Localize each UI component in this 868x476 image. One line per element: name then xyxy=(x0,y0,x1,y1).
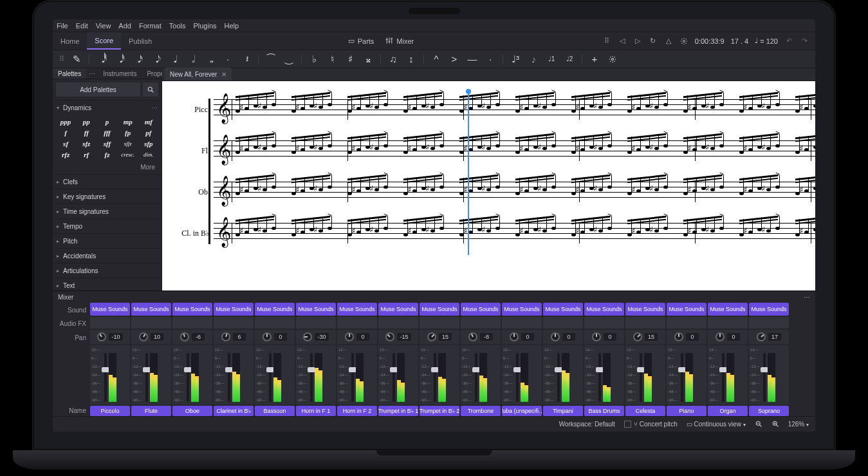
pan-control[interactable]: 0 xyxy=(255,330,295,344)
edit-pencil-icon[interactable]: ✎ xyxy=(71,53,82,66)
pan-control[interactable]: 17 xyxy=(749,330,789,344)
channel-name[interactable]: Horn in F 1 xyxy=(296,406,336,416)
dynamic-sff[interactable]: sff xyxy=(97,138,117,149)
dynamic-sf[interactable]: sf xyxy=(55,138,76,149)
menu-plugins[interactable]: Plugins xyxy=(193,22,216,30)
pan-control[interactable]: 10 xyxy=(131,330,171,344)
accent-icon[interactable]: > xyxy=(448,53,460,66)
note-half[interactable]: 𝅗𝅥 xyxy=(186,53,198,66)
pan-control[interactable]: 0 xyxy=(502,330,542,344)
dynamic-ppp[interactable]: ppp xyxy=(55,116,76,127)
fader[interactable]: 12—0—-12—-24—-36—-48—-60— xyxy=(296,345,336,405)
channel-name[interactable]: Flute xyxy=(131,406,171,416)
pan-control[interactable]: 0 xyxy=(667,330,706,344)
panel-tab-instruments[interactable]: Instruments xyxy=(98,68,142,79)
sound-select[interactable]: Muse Sounds xyxy=(420,303,459,316)
sound-select[interactable]: Muse Sounds xyxy=(543,303,583,316)
pan-control[interactable]: 0 xyxy=(337,330,377,344)
voice2[interactable]: ♩2 xyxy=(564,53,575,66)
pan-knob[interactable] xyxy=(716,332,725,341)
pan-knob[interactable] xyxy=(303,332,312,341)
pan-knob[interactable] xyxy=(551,332,560,341)
pan-control[interactable]: 0 xyxy=(543,330,583,344)
menu-edit[interactable]: Edit xyxy=(76,22,88,30)
tab-score[interactable]: Score xyxy=(87,32,121,50)
fader[interactable]: 12—0—-12—-24—-36—-48—-60— xyxy=(502,345,542,405)
note-whole[interactable]: 𝅝 xyxy=(204,53,216,66)
dynamic-mf[interactable]: mf xyxy=(138,116,159,127)
sound-select[interactable]: Muse Sounds xyxy=(625,303,665,316)
fx-slot[interactable] xyxy=(502,317,542,328)
pan-knob[interactable] xyxy=(631,330,644,343)
staff-fl[interactable]: Fl.𝄞♯♯>♯♯>♯♯>♯♯>♯♯>♯♯>♯♯>♯♯>♯♯>♯♯>♯♯>♯♯> xyxy=(214,130,815,171)
voice1[interactable]: ♩1 xyxy=(546,53,557,66)
sound-select[interactable]: Muse Sounds xyxy=(296,303,336,316)
palette-clefs[interactable]: ▸Clefs xyxy=(53,175,162,189)
sound-select[interactable]: Muse Sounds xyxy=(667,303,706,316)
palette-search-button[interactable] xyxy=(143,82,158,97)
tie[interactable]: ⁀ xyxy=(265,53,277,66)
metronome-icon[interactable]: △ xyxy=(664,37,673,46)
channel-name[interactable]: Bassoon xyxy=(255,406,295,416)
view-mode-selector[interactable]: ▭ Continuous view ▾ xyxy=(687,421,746,428)
document-tab[interactable]: New All, Forever ✕ xyxy=(165,68,232,81)
pan-control[interactable]: 6 xyxy=(214,330,254,344)
dynamic-fz[interactable]: fz xyxy=(97,149,117,160)
sound-select[interactable]: Muse Sounds xyxy=(90,303,130,316)
channel-name[interactable]: Trombone xyxy=(461,406,501,416)
fader[interactable]: 12—0—-12—-24—-36—-48—-60— xyxy=(708,345,748,405)
pan-knob[interactable] xyxy=(425,330,438,343)
pan-control[interactable]: -30 xyxy=(296,330,336,344)
fader[interactable]: 12—0—-12—-24—-36—-48—-60— xyxy=(255,345,295,405)
note-8th[interactable]: 𝅘𝅥𝅮 xyxy=(150,53,162,66)
pan-control[interactable]: 15 xyxy=(625,330,665,344)
dynamic-fff[interactable]: fff xyxy=(97,127,117,138)
staff-clinb[interactable]: Cl. in B♭𝄞♯♯>♯♯>♯♯>♯♯>♯♯>♯♯>♯♯>♯♯>♯♯>♯♯>… xyxy=(214,213,815,254)
palette-time-signatures[interactable]: ▸Time signatures xyxy=(53,204,162,218)
workspace-indicator[interactable]: Workspace: Default xyxy=(559,421,615,428)
menu-format[interactable]: Format xyxy=(139,22,162,30)
dynamic-f[interactable]: f xyxy=(55,127,76,138)
dynamic-cresc[interactable]: cresc. xyxy=(118,149,138,160)
fader[interactable]: 12—0—-12—-24—-36—-48—-60— xyxy=(625,345,665,405)
pan-knob[interactable] xyxy=(345,332,354,341)
beam-icon[interactable]: ♫ xyxy=(387,53,399,66)
play-icon[interactable]: ▷ xyxy=(633,37,642,46)
tab-publish[interactable]: Publish xyxy=(121,32,160,50)
panel-tab-palettes[interactable]: Palettes xyxy=(53,68,86,79)
fader[interactable]: 12—0—-12—-24—-36—-48—-60— xyxy=(543,345,583,405)
zoom-level[interactable]: 126% ▾ xyxy=(788,421,809,428)
close-tab-icon[interactable]: ✕ xyxy=(221,71,226,78)
fx-slot[interactable] xyxy=(420,317,459,328)
fx-slot[interactable] xyxy=(461,317,501,328)
sharp-icon[interactable]: ♯ xyxy=(344,53,356,66)
channel-name[interactable]: Soprano xyxy=(749,406,789,416)
dynamic-sfz[interactable]: sfz xyxy=(76,138,97,149)
dynamic-ff[interactable]: ff xyxy=(76,127,97,138)
dynamic-mp[interactable]: mp xyxy=(118,116,138,127)
pan-knob[interactable] xyxy=(592,332,601,341)
palette-dynamics-header[interactable]: ▸ Dynamics ⋯ xyxy=(53,100,162,115)
fader[interactable]: 12—0—-12—-24—-36—-48—-60— xyxy=(131,345,171,405)
note-quarter[interactable]: 𝅘𝅥 xyxy=(168,53,180,66)
channel-name[interactable]: Piccolo xyxy=(90,406,130,416)
tuplet-icon[interactable]: ♩³ xyxy=(510,53,521,66)
menu-help[interactable]: Help xyxy=(225,22,239,30)
fx-slot[interactable] xyxy=(90,317,130,328)
fx-slot[interactable] xyxy=(584,317,624,328)
tab-home[interactable]: Home xyxy=(53,32,87,50)
fader[interactable]: 12—0—-12—-24—-36—-48—-60— xyxy=(337,345,377,405)
menu-add[interactable]: Add xyxy=(118,22,131,30)
fx-slot[interactable] xyxy=(337,317,377,328)
pan-knob[interactable] xyxy=(674,332,683,341)
redo-icon[interactable]: ↷ xyxy=(800,37,809,46)
note-64th[interactable]: 𝅘𝅥𝅱 xyxy=(96,53,107,66)
staff-picc[interactable]: Picc.𝄞♯♯>♯♯>♯♯>♯♯>♯♯>♯♯>♯♯>♯♯>♯♯>♯♯>♯♯>♯… xyxy=(214,89,815,130)
dynamic-rfz[interactable]: rfz xyxy=(55,149,76,160)
fader[interactable]: 12—0—-12—-24—-36—-48—-60— xyxy=(214,345,254,405)
dynamic-sfp[interactable]: sfp xyxy=(138,138,159,149)
mixer-menu-icon[interactable]: ⋯ xyxy=(804,294,810,301)
fader[interactable]: 12—0—-12—-24—-36—-48—-60— xyxy=(172,345,212,405)
dynamic-pf[interactable]: pf xyxy=(138,127,159,138)
sound-select[interactable]: Muse Sounds xyxy=(172,303,212,316)
